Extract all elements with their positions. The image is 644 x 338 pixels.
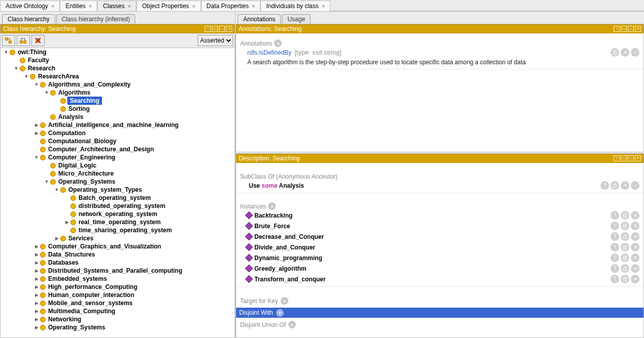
instance-dynamic_programming[interactable]: Dynamic_programming?@✕ — [240, 252, 639, 263]
expand-arrow-icon[interactable]: ▶ — [34, 268, 39, 273]
tree-node-network-operating-system[interactable]: network_operating_system — [1, 210, 235, 218]
inst-at-button[interactable]: @ — [621, 222, 629, 230]
tree-node-computer-architecture-and-design[interactable]: Computer_Architecture_and_Design — [1, 145, 235, 153]
inst-x-button[interactable]: ✕ — [631, 243, 639, 251]
ann-panel-btn-a[interactable]: ? — [614, 26, 620, 32]
inst-x-button[interactable]: ✕ — [631, 254, 639, 262]
annotation-row[interactable]: rdfs:isDefinedBy [type: xsd:string] @ ✕ … — [240, 47, 639, 58]
subtab-class-hierarchy[interactable]: Class hierarchy — [2, 14, 55, 24]
editor-tab-classes[interactable]: Classes× — [97, 1, 136, 11]
class-tree[interactable]: ▼owl:ThingFaculty▼Research▼ResearchArea▼… — [1, 48, 235, 337]
inst-x-button[interactable]: ✕ — [631, 232, 639, 241]
inst-at-button[interactable]: @ — [621, 211, 629, 220]
desc-panel-btn-c[interactable]: — — [628, 155, 634, 161]
tree-node-algorithms[interactable]: ▼Algorithms — [1, 89, 235, 97]
editor-tab-data-properties[interactable]: Data Properties× — [201, 1, 261, 11]
expand-arrow-icon[interactable]: ▶ — [34, 292, 39, 298]
tree-node-time-sharing-operating-system[interactable]: time_sharing_operating_system — [1, 226, 235, 234]
ann-delete-button[interactable]: ✕ — [621, 48, 629, 57]
editor-tab-individuals-by-class[interactable]: Individuals by class× — [260, 1, 330, 11]
expand-arrow-icon[interactable]: ▶ — [54, 236, 59, 241]
add-disjoint-union-button[interactable]: + — [288, 321, 296, 328]
tree-node-researcharea[interactable]: ▼ResearchArea — [1, 72, 235, 80]
inst-at-button[interactable]: @ — [621, 264, 629, 273]
add-disjoint-button[interactable]: + — [276, 309, 284, 317]
editor-tab-entities[interactable]: Entities× — [60, 1, 97, 11]
panel-button-a[interactable]: ? — [205, 26, 211, 32]
ann-panel-btn-c[interactable]: — — [628, 26, 634, 32]
expand-arrow-icon[interactable]: ▶ — [34, 317, 39, 322]
add-instance-button[interactable]: + — [268, 202, 276, 210]
expand-arrow-icon[interactable]: ▶ — [34, 284, 39, 289]
inst-at-button[interactable]: @ — [621, 243, 629, 251]
expand-arrow-icon[interactable]: ▼ — [54, 187, 59, 192]
inst-x-button[interactable]: ✕ — [631, 264, 639, 273]
tree-node-analysis[interactable]: Analysis — [1, 113, 235, 121]
panel-button-c[interactable]: — — [219, 26, 225, 32]
close-icon[interactable]: × — [252, 3, 255, 9]
desc-panel-btn-d[interactable]: ✕ — [635, 155, 641, 161]
inst-q-button[interactable]: ? — [611, 254, 619, 262]
expand-arrow-icon[interactable]: ▼ — [4, 50, 9, 55]
add-annotation-button[interactable]: + — [274, 39, 282, 47]
tree-node-computer-graphics-and-visualization[interactable]: ▶Computer_Graphics_and_Visualization — [1, 242, 235, 250]
instance-divide_and_conquer[interactable]: Divide_and_Conquer?@✕ — [240, 242, 639, 252]
panel-button-d[interactable]: ✕ — [226, 26, 232, 32]
tree-node-computer-engineering[interactable]: ▼Computer_Engineering — [1, 153, 235, 161]
subtab-usage[interactable]: Usage — [282, 14, 311, 24]
panel-button-b[interactable]: ▭ — [212, 26, 218, 32]
ann-o-button[interactable]: ○ — [631, 48, 639, 57]
tree-node-multimedia-computing[interactable]: ▶Multimedia_Computing — [1, 307, 235, 315]
expand-arrow-icon[interactable]: ▶ — [64, 220, 69, 225]
tree-node-networking[interactable]: ▶Networking — [1, 315, 235, 323]
expand-arrow-icon[interactable]: ▶ — [34, 309, 39, 314]
tree-node-digital-logic[interactable]: Digital_Logic — [1, 161, 235, 170]
tree-node-batch-operating-system[interactable]: Batch_operating_system — [1, 194, 235, 202]
expr-q-button[interactable]: ? — [600, 181, 609, 190]
expand-arrow-icon[interactable]: ▶ — [34, 301, 39, 306]
tree-node-databases[interactable]: ▶Databases — [1, 259, 235, 267]
disjoint-with-header[interactable]: Disjoint With + — [236, 308, 643, 318]
add-sibling-class-button[interactable] — [2, 35, 15, 46]
inst-q-button[interactable]: ? — [611, 211, 619, 220]
inst-at-button[interactable]: @ — [621, 275, 629, 283]
tree-node-operating-system-types[interactable]: ▼Operating_system_Types — [1, 186, 235, 194]
tree-node-artificial-intelligence-and-machine-learning[interactable]: ▶Artificial_intelligence_and_machine_lea… — [1, 121, 235, 129]
tree-node-embedded-systems[interactable]: ▶Embedded_systems — [1, 275, 235, 283]
tree-node-services[interactable]: ▶Services — [1, 234, 235, 242]
tree-node-data-structures[interactable]: ▶Data_Structures — [1, 250, 235, 259]
desc-panel-btn-a[interactable]: ? — [614, 155, 620, 161]
instance-transform_and_conquer[interactable]: Transform_and_conquer?@✕ — [240, 274, 639, 284]
tree-node-computation[interactable]: ▶Computation — [1, 129, 235, 137]
editor-tab-active-ontology[interactable]: Active Ontology× — [0, 1, 60, 11]
expand-arrow-icon[interactable]: ▶ — [34, 244, 39, 249]
tree-node-operating-systems[interactable]: ▼Operating_Systems — [1, 178, 235, 186]
tree-node-distributed-systems-and-parallel-computing[interactable]: ▶Distributed_Systems_and_Parallel_comput… — [1, 267, 235, 275]
tree-node-sorting[interactable]: Sorting — [1, 105, 235, 113]
inst-x-button[interactable]: ✕ — [631, 275, 639, 283]
inst-q-button[interactable]: ? — [611, 243, 619, 251]
tree-node-owl-thing[interactable]: ▼owl:Thing — [1, 48, 235, 56]
inst-q-button[interactable]: ? — [611, 275, 619, 283]
inst-x-button[interactable]: ✕ — [631, 222, 639, 230]
desc-panel-btn-b[interactable]: ▭ — [621, 155, 627, 161]
expand-arrow-icon[interactable]: ▶ — [34, 252, 39, 257]
subtab-annotations[interactable]: Annotations — [238, 14, 281, 24]
tree-node-computational-biology[interactable]: Computational_Biology — [1, 137, 235, 145]
tree-node-operating-systems[interactable]: ▶Operating_Systems — [1, 323, 235, 331]
tree-node-high-performance-computing[interactable]: ▶High_performance_Computing — [1, 283, 235, 291]
expand-arrow-icon[interactable]: ▶ — [34, 260, 39, 265]
tree-node-micro-architecture[interactable]: Micro_Architecture — [1, 170, 235, 178]
tree-node-mobile-and-sensor-systems[interactable]: ▶Mobile_and_sensor_systems — [1, 299, 235, 307]
expand-arrow-icon[interactable]: ▼ — [34, 82, 39, 87]
expand-arrow-icon[interactable]: ▼ — [24, 74, 29, 79]
inst-at-button[interactable]: @ — [621, 254, 629, 262]
expand-arrow-icon[interactable]: ▼ — [34, 155, 39, 160]
tree-node-faculty[interactable]: Faculty — [1, 56, 235, 64]
tree-node-algorithms-and-complexity[interactable]: ▼Algorithms_and_Complexity — [1, 80, 235, 89]
tree-node-research[interactable]: ▼Research — [1, 64, 235, 72]
inst-x-button[interactable]: ✕ — [631, 211, 639, 220]
instance-backtracking[interactable]: Backtracking?@✕ — [240, 210, 639, 221]
inst-at-button[interactable]: @ — [621, 232, 629, 241]
close-icon[interactable]: × — [51, 3, 54, 9]
